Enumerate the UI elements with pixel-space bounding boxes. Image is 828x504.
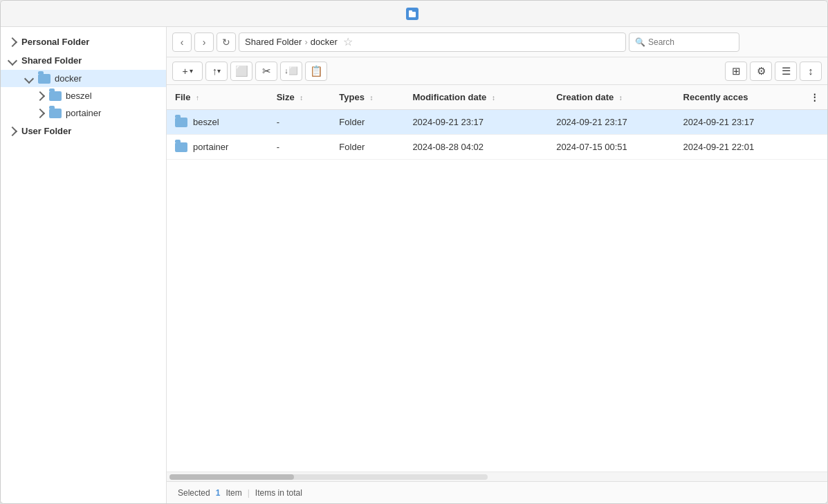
cell-file: portainer (167, 135, 268, 160)
view-icon: ⊞ (732, 65, 741, 77)
chevron-down-icon (8, 55, 17, 65)
cell-size: - (268, 135, 331, 160)
sort-arrow-mod: ↕ (492, 94, 495, 102)
sidebar: Personal Folder Shared Folder docker bes… (1, 27, 167, 503)
sidebar-personal-folder-label: Personal Folder (21, 37, 89, 47)
chevron-right-icon-beszel (35, 91, 45, 100)
col-header-modification-date[interactable]: Modification date ↕ (404, 85, 548, 110)
table-row[interactable]: beszel-Folder2024-09-21 23:172024-09-21 … (167, 110, 827, 135)
col-header-recently-acces[interactable]: Recently acces (675, 85, 802, 110)
folder-icon (175, 142, 187, 152)
file-table: File ↑ Size ↕ Types ↕ Modification date … (167, 85, 827, 160)
sort-button[interactable]: ↕ (800, 62, 822, 81)
sort-arrow-types: ↕ (370, 94, 374, 102)
sidebar-item-portainer[interactable]: portainer (1, 104, 166, 122)
status-item-label: Item (226, 488, 241, 498)
cell-modification_date: 2024-09-21 23:17 (404, 110, 548, 135)
horizontal-scrollbar[interactable] (167, 472, 827, 481)
svg-rect-1 (409, 10, 412, 12)
breadcrumb: Shared Folder › docker ☆ (239, 32, 626, 52)
copy-icon: ⬜ (235, 65, 248, 77)
close-button[interactable] (809, 4, 819, 24)
col-header-more[interactable]: ⋮ (802, 85, 827, 110)
sidebar-item-user-folder[interactable]: User Folder (1, 122, 166, 140)
breadcrumb-shared-folder[interactable]: Shared Folder (245, 37, 302, 47)
sidebar-item-beszel[interactable]: beszel (1, 87, 166, 104)
folder-icon-beszel (49, 91, 62, 101)
sidebar-docker-label: docker (55, 73, 82, 84)
back-button[interactable]: ‹ (172, 32, 192, 52)
download-icon: ↓⬜ (284, 66, 298, 75)
gear-icon: ⚙ (757, 65, 766, 77)
forward-button[interactable]: › (194, 32, 214, 52)
table-row[interactable]: portainer-Folder2024-08-28 04:022024-07-… (167, 135, 827, 160)
file-table-wrapper: File ↑ Size ↕ Types ↕ Modification date … (167, 85, 827, 472)
download-button[interactable]: ↓⬜ (280, 62, 302, 81)
cell-more (802, 135, 827, 160)
upload-icon: ↑ (212, 65, 218, 77)
sidebar-portainer-label: portainer (66, 108, 101, 118)
cell-creation_date: 2024-07-15 00:51 (548, 135, 674, 160)
col-header-types[interactable]: Types ↕ (331, 85, 404, 110)
cut-button[interactable]: ✂ (255, 62, 277, 81)
col-header-file[interactable]: File ↑ (167, 85, 268, 110)
cell-more (802, 110, 827, 135)
svg-rect-0 (409, 12, 416, 17)
main-layout: Personal Folder Shared Folder docker bes… (1, 27, 827, 503)
status-selected-label: Selected (178, 488, 210, 498)
nav-toolbar: ‹ › ↻ Shared Folder › docker ☆ 🔍 (167, 27, 827, 57)
paste-button[interactable]: 📋 (305, 62, 327, 81)
plus-icon: + (182, 66, 187, 77)
chevron-down-icon-docker (24, 73, 34, 83)
scrollbar-thumb[interactable] (169, 474, 294, 480)
titlebar (1, 1, 827, 27)
cell-types: Folder (331, 135, 404, 160)
search-input[interactable] (648, 37, 733, 47)
sort-icon: ↕ (808, 65, 813, 77)
chevron-right-icon-portainer (35, 108, 45, 118)
add-button[interactable]: + ▾ (172, 62, 203, 81)
chevron-right-icon-user (8, 126, 17, 136)
app-window: Personal Folder Shared Folder docker bes… (0, 0, 828, 504)
col-header-creation-date[interactable]: Creation date ↕ (548, 85, 674, 110)
copy-button[interactable]: ⬜ (230, 62, 252, 81)
refresh-button[interactable]: ↻ (217, 32, 236, 52)
scrollbar-track (169, 474, 488, 480)
sidebar-item-docker[interactable]: docker (1, 70, 166, 87)
upload-button[interactable]: ↑ ▾ (205, 62, 228, 81)
app-icon (406, 8, 418, 20)
search-box: 🔍 (629, 32, 739, 52)
folder-icon (175, 118, 187, 127)
sidebar-item-personal-folder[interactable]: Personal Folder (1, 32, 166, 51)
action-toolbar: + ▾ ↑ ▾ ⬜ ✂ ↓⬜ (167, 57, 827, 85)
breadcrumb-separator: › (304, 37, 307, 47)
settings-button[interactable]: ⚙ (750, 62, 772, 81)
table-header-row: File ↑ Size ↕ Types ↕ Modification date … (167, 85, 827, 110)
sort-arrow-size: ↕ (300, 94, 303, 102)
sidebar-item-shared-folder[interactable]: Shared Folder (1, 51, 166, 70)
cell-recently_acces: 2024-09-21 22:01 (675, 135, 802, 160)
maximize-button[interactable] (794, 4, 804, 24)
help-button[interactable] (764, 4, 773, 24)
columns-button[interactable]: ☰ (775, 62, 797, 81)
add-dropdown-icon: ▾ (190, 67, 193, 75)
view-toggle-button[interactable]: ⊞ (725, 62, 747, 81)
columns-icon: ☰ (782, 65, 791, 77)
cell-file: beszel (167, 110, 268, 135)
toolbar-left-actions: + ▾ ↑ ▾ ⬜ ✂ ↓⬜ (172, 62, 327, 81)
folder-icon-docker (38, 74, 50, 84)
cell-size: - (268, 110, 331, 135)
breadcrumb-docker[interactable]: docker (311, 37, 338, 47)
cell-recently_acces: 2024-09-21 23:17 (675, 110, 802, 135)
col-header-size[interactable]: Size ↕ (268, 85, 331, 110)
titlebar-controls (764, 4, 819, 24)
toolbar-right-actions: ⊞ ⚙ ☰ ↕ (725, 62, 822, 81)
cell-types: Folder (331, 110, 404, 135)
statusbar: Selected 1 Item | Items in total (167, 481, 827, 503)
sort-arrow-creation: ↕ (619, 94, 623, 102)
favorite-button[interactable]: ☆ (340, 35, 356, 50)
sidebar-beszel-label: beszel (66, 91, 92, 101)
minimize-button[interactable] (779, 4, 789, 24)
paste-icon: 📋 (310, 65, 323, 77)
sort-arrow-file: ↑ (196, 94, 199, 102)
